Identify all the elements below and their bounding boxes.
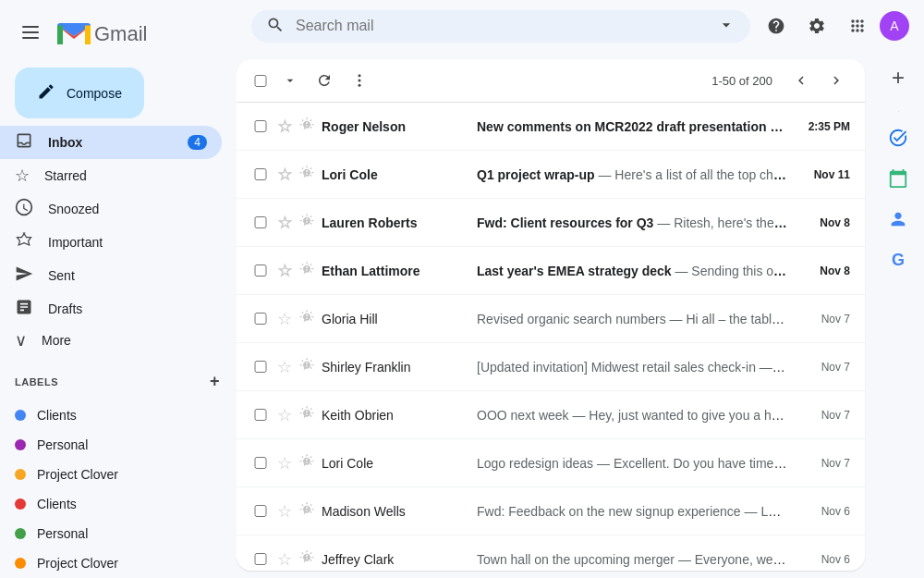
label-text-project-clover1: Project Clover <box>37 467 118 482</box>
sidebar-item-more-nav[interactable]: ∨ More <box>0 326 237 355</box>
label-item-project-clover1[interactable]: Project Clover <box>0 460 222 489</box>
email-star-9[interactable]: ☆ <box>277 549 292 570</box>
email-sender-6: Keith Obrien <box>322 408 469 423</box>
email-row[interactable]: ☆ Roger Nelson New comments on MCR2022 d… <box>237 103 865 151</box>
email-checkbox-5[interactable] <box>251 361 270 373</box>
email-row[interactable]: ☆ Shirley Franklin [Updated invitation] … <box>237 343 865 391</box>
email-snooze-8[interactable] <box>299 502 314 521</box>
email-timestamp-3: Nov 8 <box>795 264 850 277</box>
avatar[interactable]: A <box>880 11 909 41</box>
email-body-7: Logo redesign ideas — Excellent. Do you … <box>477 456 787 471</box>
email-sender-8: Madison Wells <box>322 504 469 519</box>
more-options-button[interactable] <box>346 67 373 94</box>
label-dot-project-clover2 <box>15 558 26 569</box>
right-panel-contacts-icon[interactable] <box>880 201 917 238</box>
label-item-personal1[interactable]: Personal <box>0 430 222 460</box>
email-checkbox-6[interactable] <box>251 409 270 421</box>
settings-icon[interactable] <box>798 7 835 44</box>
email-snooze-4[interactable] <box>299 310 314 328</box>
email-timestamp-0: 2:35 PM <box>795 120 850 133</box>
email-snooze-6[interactable] <box>299 406 314 424</box>
sidebar-item-sent[interactable]: Sent <box>0 259 222 292</box>
email-row[interactable]: ☆ Ethan Lattimore Last year's EMEA strat… <box>237 247 865 295</box>
email-checkbox-0[interactable] <box>251 120 270 132</box>
svg-rect-3 <box>57 26 63 45</box>
right-panel-calendar-icon[interactable] <box>880 160 917 197</box>
email-checkbox-4[interactable] <box>251 313 270 325</box>
inbox-label: Inbox <box>48 135 173 150</box>
label-item-clients1[interactable]: Clients <box>0 400 222 430</box>
starred-icon: ☆ <box>15 166 30 186</box>
inbox-badge: 4 <box>188 135 207 150</box>
email-row[interactable]: ☆ Madison Wells Fwd: Feedback on the new… <box>237 487 865 535</box>
email-snooze-7[interactable] <box>299 454 314 473</box>
sidebar-item-starred[interactable]: ☆ Starred <box>0 159 222 192</box>
apps-icon[interactable] <box>839 7 876 44</box>
compose-button[interactable]: Compose <box>15 68 144 118</box>
email-checkbox-1[interactable] <box>251 168 270 180</box>
snoozed-label: Snoozed <box>48 202 207 216</box>
email-row[interactable]: ☆ Lauren Roberts Fwd: Client resources f… <box>237 199 865 247</box>
email-star-7[interactable]: ☆ <box>277 453 292 473</box>
next-page-button[interactable] <box>822 67 850 94</box>
add-label-button[interactable]: + <box>208 370 222 393</box>
sidebar-header: Gmail <box>0 7 237 60</box>
label-dot-clients1 <box>15 410 26 421</box>
search-input[interactable] <box>296 18 706 34</box>
sidebar-item-drafts[interactable]: Drafts <box>0 292 222 326</box>
email-body-5: [Updated invitation] Midwest retail sale… <box>477 360 787 375</box>
label-item-project-clover2[interactable]: Project Clover <box>0 548 222 578</box>
email-timestamp-5: Nov 7 <box>795 361 850 374</box>
right-panel: + G <box>872 52 924 578</box>
svg-point-5 <box>359 74 361 77</box>
email-snooze-0[interactable] <box>299 117 314 136</box>
email-star-4[interactable]: ☆ <box>277 309 292 329</box>
email-snooze-2[interactable] <box>299 214 314 232</box>
email-sender-4: Gloria Hill <box>322 312 469 326</box>
email-row[interactable]: ☆ Gloria Hill Revised organic search num… <box>237 295 865 343</box>
email-row[interactable]: ☆ Jeffrey Clark Town hall on the upcomin… <box>237 535 865 571</box>
email-snooze-9[interactable] <box>299 550 314 569</box>
select-all-checkbox[interactable] <box>251 75 270 87</box>
email-row[interactable]: ☆ Lori Cole Q1 project wrap-up — Here's … <box>237 151 865 199</box>
email-checkbox-2[interactable] <box>251 216 270 228</box>
right-panel-add-button[interactable]: + <box>880 59 917 96</box>
pagination-text: 1-50 of 200 <box>704 74 780 88</box>
refresh-button[interactable] <box>310 67 338 94</box>
email-row[interactable]: ☆ Keith Obrien OOO next week — Hey, just… <box>237 391 865 439</box>
email-checkbox-9[interactable] <box>251 553 270 565</box>
label-item-personal2[interactable]: Personal <box>0 519 222 548</box>
email-star-8[interactable]: ☆ <box>277 501 292 522</box>
email-body-4: Revised organic search numbers — Hi all … <box>477 312 787 326</box>
email-snooze-5[interactable] <box>299 358 314 376</box>
email-checkbox-8[interactable] <box>251 505 270 517</box>
label-item-clients2[interactable]: Clients <box>0 489 222 519</box>
email-row[interactable]: ☆ Lori Cole Logo redesign ideas — Excell… <box>237 439 865 487</box>
sent-label: Sent <box>48 268 207 283</box>
label-list: Clients Personal Project Clover Clients … <box>0 400 237 578</box>
email-star-5[interactable]: ☆ <box>277 357 292 377</box>
label-text-personal1: Personal <box>37 437 88 452</box>
email-checkbox-3[interactable] <box>251 264 270 277</box>
prev-page-button[interactable] <box>787 67 815 94</box>
email-snooze-1[interactable] <box>299 166 314 184</box>
right-panel-google-icon[interactable]: G <box>880 241 917 278</box>
email-star-3[interactable]: ☆ <box>277 261 292 281</box>
email-checkbox-7[interactable] <box>251 457 270 469</box>
email-snooze-3[interactable] <box>299 262 314 280</box>
email-star-6[interactable]: ☆ <box>277 405 292 425</box>
search-bar <box>251 10 750 43</box>
select-dropdown-button[interactable] <box>277 68 303 93</box>
email-star-0[interactable]: ☆ <box>277 117 292 137</box>
help-icon[interactable] <box>758 7 795 44</box>
svg-rect-4 <box>85 26 91 45</box>
sidebar-item-inbox[interactable]: Inbox 4 <box>0 126 222 159</box>
important-label: Important <box>48 235 207 250</box>
email-star-1[interactable]: ☆ <box>277 165 292 185</box>
search-dropdown-icon[interactable] <box>717 16 736 37</box>
right-panel-tasks-icon[interactable] <box>880 119 917 156</box>
sidebar-item-important[interactable]: Important <box>0 226 222 259</box>
sidebar-item-snoozed[interactable]: Snoozed <box>0 192 222 226</box>
menu-icon[interactable] <box>15 17 46 51</box>
email-star-2[interactable]: ☆ <box>277 213 292 233</box>
